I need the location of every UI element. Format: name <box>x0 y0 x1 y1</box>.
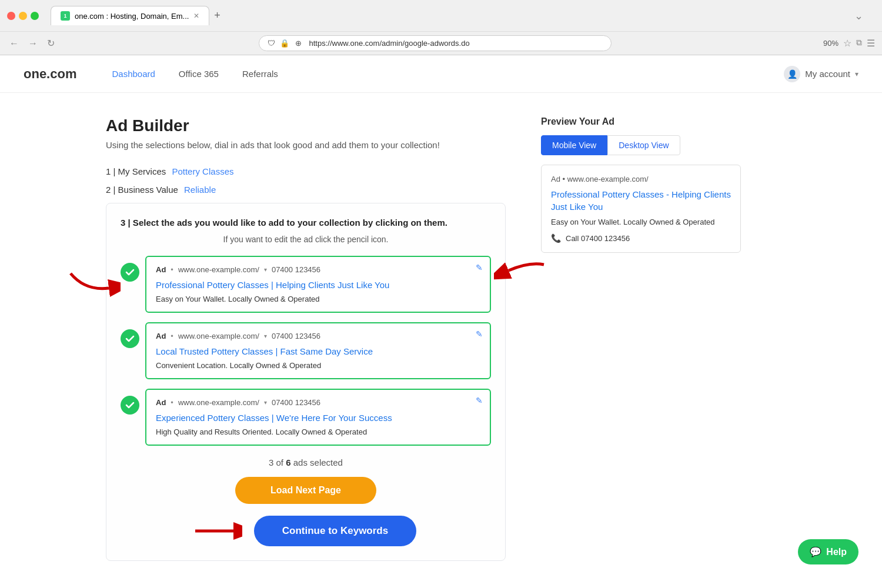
ad-card-3[interactable]: Ad • www.one-example.com/ ▾ 07400 123456… <box>145 389 491 446</box>
logo: one.com <box>24 66 76 82</box>
ad1-label: Ad <box>156 265 166 274</box>
browser-right-icons: ☆ ⧉ ☰ <box>843 38 875 49</box>
step2-value[interactable]: Reliable <box>184 185 216 195</box>
help-chat-icon: 💬 <box>810 546 821 557</box>
page-title: Ad Builder <box>106 116 506 135</box>
edit-icon-2[interactable]: ✎ <box>476 329 483 339</box>
preview-ad-meta: Ad • www.one-example.com/ <box>551 175 731 183</box>
browser-chrome: 1 one.com : Hosting, Domain, Em... ✕ + ⌄… <box>0 0 882 55</box>
mobile-view-button[interactable]: Mobile View <box>541 135 607 155</box>
preview-ad-dot: • <box>563 175 567 183</box>
step3-section: 3 | Select the ads you would like to add… <box>106 203 506 561</box>
ad2-label: Ad <box>156 332 166 340</box>
red-arrow-left-1 <box>68 262 121 297</box>
ad1-url: www.one-example.com/ <box>178 265 259 274</box>
nav-dashboard[interactable]: Dashboard <box>112 69 155 79</box>
check-circle-1[interactable] <box>121 263 139 282</box>
menu-icon[interactable]: ☰ <box>867 38 875 49</box>
step1: 1 | My Services Pottery Classes <box>106 166 506 176</box>
ad-card-wrapper-1: Ad • www.one-example.com/ ▾ 07400 123456… <box>121 256 491 313</box>
url-bar[interactable]: 🛡 🔒 ⊕ https://www.one.com/admin/google-a… <box>259 35 612 51</box>
tab-close-icon[interactable]: ✕ <box>193 12 199 20</box>
preview-ad-title: Professional Pottery Classes - Helping C… <box>551 188 731 213</box>
check-circle-2[interactable] <box>121 329 139 348</box>
main-nav: Dashboard Office 365 Referrals <box>112 69 784 79</box>
bookmark-icon[interactable]: ☆ <box>843 38 851 49</box>
account-avatar: 👤 <box>784 66 800 82</box>
desktop-view-button[interactable]: Desktop View <box>607 135 680 155</box>
edit-icon-1[interactable]: ✎ <box>476 263 483 272</box>
account-label: My account <box>805 69 850 79</box>
ad-card-wrapper-3: Ad • www.one-example.com/ ▾ 07400 123456… <box>121 389 491 446</box>
continue-btn-wrapper: Continue to Keywords <box>121 516 491 546</box>
count-label: ads selected <box>293 457 343 467</box>
traffic-lights <box>7 12 39 20</box>
browser-tab-bar: 1 one.com : Hosting, Domain, Em... ✕ + ⌄ <box>44 5 875 26</box>
nav-office365[interactable]: Office 365 <box>179 69 219 79</box>
preview-toggle: Mobile View Desktop View <box>541 135 741 155</box>
ad1-title: Professional Pottery Classes | Helping C… <box>156 279 480 291</box>
main-content: Ad Builder Using the selections below, d… <box>0 93 882 584</box>
red-arrow-continue <box>195 519 242 543</box>
red-arrow-right-1 <box>494 259 547 294</box>
ad-card-2[interactable]: Ad • www.one-example.com/ ▾ 07400 123456… <box>145 322 491 379</box>
ad2-url: www.one-example.com/ <box>178 332 259 340</box>
ad1-dot: • <box>171 265 173 274</box>
forward-button[interactable]: → <box>26 36 40 51</box>
browser-titlebar: 1 one.com : Hosting, Domain, Em... ✕ + ⌄ <box>0 0 882 31</box>
account-section[interactable]: 👤 My account ▾ <box>784 66 858 82</box>
ads-count: 3 of 6 ads selected <box>121 457 491 467</box>
ad3-title: Experienced Pottery Classes | We're Here… <box>156 412 480 424</box>
ad-preview-box: Ad • www.one-example.com/ Professional P… <box>541 165 741 253</box>
tab-title: one.com : Hosting, Domain, Em... <box>75 12 189 21</box>
minimize-button[interactable] <box>19 12 27 20</box>
app-header: one.com Dashboard Office 365 Referrals 👤… <box>0 55 882 93</box>
new-tab-button[interactable]: + <box>209 5 225 26</box>
step1-label: 1 | My Services <box>106 166 166 176</box>
ad3-description: High Quality and Results Oriented. Local… <box>156 427 480 436</box>
ad2-separator: ▾ <box>264 333 267 339</box>
ad1-separator: ▾ <box>264 266 267 273</box>
tab-list-icon[interactable]: ⌄ <box>850 7 868 25</box>
continue-to-keywords-button[interactable]: Continue to Keywords <box>254 516 416 546</box>
ad3-dot: • <box>171 398 173 407</box>
load-next-button[interactable]: Load Next Page <box>235 477 376 504</box>
ad1-phone: 07400 123456 <box>272 265 320 274</box>
step2: 2 | Business Value Reliable <box>106 185 506 195</box>
tab-favicon: 1 <box>61 11 70 21</box>
reload-button[interactable]: ↻ <box>45 35 57 51</box>
step2-label: 2 | Business Value <box>106 185 178 195</box>
ad-card-wrapper-2: Ad • www.one-example.com/ ▾ 07400 123456… <box>121 322 491 379</box>
extensions-icon[interactable]: ⧉ <box>856 38 862 49</box>
help-button[interactable]: 💬 Help <box>798 539 858 564</box>
active-tab[interactable]: 1 one.com : Hosting, Domain, Em... ✕ <box>51 6 209 25</box>
ad3-url: www.one-example.com/ <box>178 398 259 407</box>
left-column: Ad Builder Using the selections below, d… <box>106 116 506 561</box>
ad3-separator: ▾ <box>264 399 267 406</box>
check-circle-3[interactable] <box>121 396 139 415</box>
ad3-phone: 07400 123456 <box>272 398 320 407</box>
ad-card-1[interactable]: Ad • www.one-example.com/ ▾ 07400 123456… <box>145 256 491 313</box>
url-text: https://www.one.com/admin/google-adwords… <box>309 39 469 48</box>
ad2-dot: • <box>171 332 173 340</box>
close-button[interactable] <box>7 12 15 20</box>
ad2-title: Local Trusted Pottery Classes | Fast Sam… <box>156 345 480 358</box>
preview-panel: Preview Your Ad Mobile View Desktop View… <box>541 116 741 561</box>
step1-value[interactable]: Pottery Classes <box>172 166 233 176</box>
ad3-label: Ad <box>156 398 166 407</box>
chevron-down-icon: ▾ <box>855 70 858 78</box>
nav-referrals[interactable]: Referrals <box>242 69 278 79</box>
back-button[interactable]: ← <box>7 36 21 51</box>
fullscreen-button[interactable] <box>31 12 39 20</box>
phone-icon: 📞 <box>551 233 561 243</box>
help-label: Help <box>826 547 847 557</box>
edit-icon-3[interactable]: ✎ <box>476 396 483 405</box>
browser-address-bar: ← → ↻ 🛡 🔒 ⊕ https://www.one.com/admin/go… <box>0 31 882 55</box>
preview-panel-title: Preview Your Ad <box>541 116 741 127</box>
step3-hint: If you want to edit the ad click the pen… <box>121 235 491 244</box>
zoom-indicator: 90% <box>823 39 838 48</box>
preview-ad-description: Easy on Your Wallet. Locally Owned & Ope… <box>551 218 731 226</box>
page-subtitle: Using the selections below, dial in ads … <box>106 140 506 150</box>
preview-ad-label: Ad <box>551 175 560 183</box>
ad2-phone: 07400 123456 <box>272 332 320 340</box>
